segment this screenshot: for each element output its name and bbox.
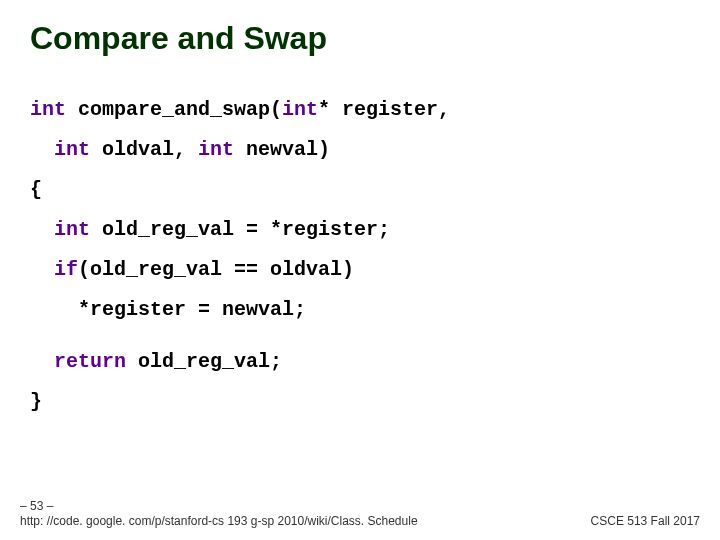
keyword-if: if	[30, 258, 78, 281]
keyword-int: int	[198, 138, 234, 161]
code-line-5: if(old_reg_val == oldval)	[30, 260, 690, 280]
code-block: int compare_and_swap(int* register, int …	[30, 100, 690, 432]
page-number: – 53 –	[20, 499, 418, 513]
footer-left: – 53 – http: //code. google. com/p/stanf…	[20, 499, 418, 528]
keyword-return: return	[30, 350, 126, 373]
keyword-int: int	[30, 218, 90, 241]
keyword-int: int	[30, 98, 66, 121]
footer-course: CSCE 513 Fall 2017	[591, 514, 700, 528]
source-url: http: //code. google. com/p/stanford-cs …	[20, 514, 418, 528]
slide: Compare and Swap int compare_and_swap(in…	[0, 0, 720, 540]
code-line-2: int oldval, int newval)	[30, 140, 690, 160]
code-text: old_reg_val;	[126, 350, 282, 373]
code-text: newval)	[234, 138, 330, 161]
keyword-int: int	[282, 98, 318, 121]
code-text: * register,	[318, 98, 450, 121]
code-text: oldval,	[90, 138, 198, 161]
code-line-3: {	[30, 180, 690, 200]
keyword-int: int	[30, 138, 90, 161]
code-line-6: *register = newval;	[30, 300, 690, 320]
code-line-1: int compare_and_swap(int* register,	[30, 100, 690, 120]
code-text: compare_and_swap(	[66, 98, 282, 121]
code-line-7: return old_reg_val;	[30, 352, 690, 372]
slide-title: Compare and Swap	[30, 20, 327, 57]
code-line-4: int old_reg_val = *register;	[30, 220, 690, 240]
code-text: old_reg_val = *register;	[90, 218, 390, 241]
code-line-8: }	[30, 392, 690, 412]
code-text: (old_reg_val == oldval)	[78, 258, 354, 281]
